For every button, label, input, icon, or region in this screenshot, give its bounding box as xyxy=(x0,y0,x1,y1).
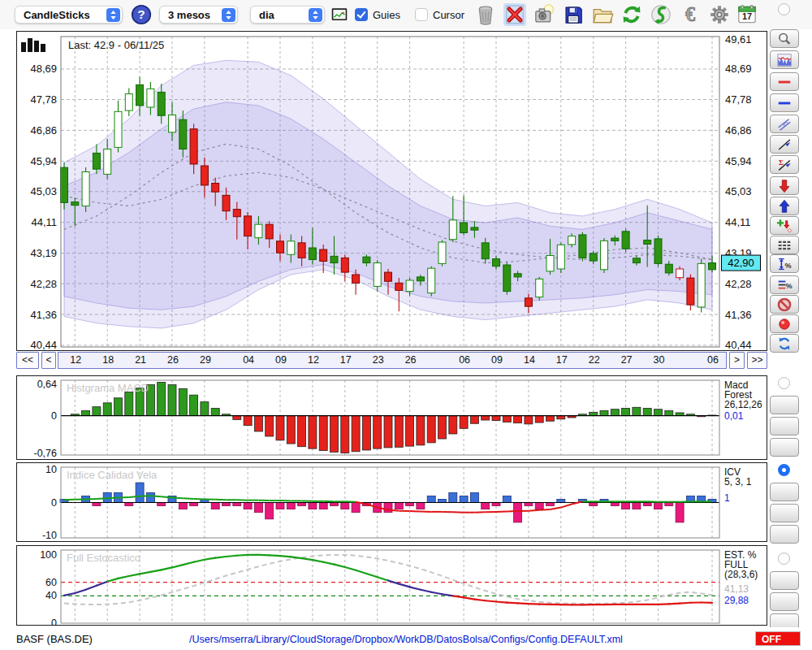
macd-panel-radio[interactable] xyxy=(778,377,790,389)
save-button[interactable] xyxy=(562,3,585,26)
record-button[interactable] xyxy=(770,314,799,333)
icv-bar xyxy=(665,503,673,506)
snapshot-button[interactable] xyxy=(533,3,555,26)
period-select[interactable]: 3 mesos xyxy=(159,6,238,24)
chart-style-icon xyxy=(41,44,45,52)
scroll-last-button[interactable]: >> xyxy=(747,352,767,369)
help-button[interactable]: ? xyxy=(131,4,152,25)
macd-bar xyxy=(168,384,176,415)
candlestick xyxy=(201,166,208,185)
block-button[interactable] xyxy=(770,295,799,314)
stochastic-panel: 10060400Full EstocasticoEST. %FULL(28,3,… xyxy=(16,545,767,626)
stochastic-k-segment xyxy=(474,600,485,601)
stochastic-k-segment xyxy=(453,596,464,597)
hline-blue-button[interactable] xyxy=(770,93,799,112)
zoom-button[interactable] xyxy=(770,29,799,48)
refresh-button[interactable] xyxy=(620,3,643,26)
icv-chart[interactable]: 100-10Indice Calidad VelaICV5, 3, 11 xyxy=(16,462,767,542)
icv-bar xyxy=(676,503,684,522)
svg-text:42,90: 42,90 xyxy=(728,257,754,269)
icv-bar xyxy=(352,503,360,513)
trendline-button[interactable] xyxy=(770,135,799,154)
icv-bar xyxy=(287,503,295,509)
x-tick-label: 30 xyxy=(649,354,670,366)
candlestick xyxy=(611,238,619,240)
sigma-trendline-button[interactable]: Σ xyxy=(770,155,799,174)
icv-line-segment xyxy=(150,496,161,496)
svg-text:?: ? xyxy=(137,7,145,21)
euro-button[interactable]: € xyxy=(679,3,702,26)
macd-bar xyxy=(309,416,317,449)
icv-bar xyxy=(525,503,533,506)
lines-percent-button[interactable]: % xyxy=(770,275,799,294)
icv-bar xyxy=(298,503,306,506)
candlestick xyxy=(493,259,500,266)
stochastic-chart[interactable]: 10060400Full EstocasticoEST. %FULL(28,3,… xyxy=(16,545,767,626)
candlestick xyxy=(665,264,672,273)
indicator-window-button[interactable] xyxy=(330,5,349,24)
channel-button[interactable] xyxy=(770,115,799,133)
date-axis-strip[interactable]: 12182126290409121723260609141722273006 xyxy=(58,352,727,369)
icv-bar xyxy=(125,503,133,506)
macd-signal-arrows-button[interactable] xyxy=(770,396,799,414)
candlestick xyxy=(352,275,360,283)
macd-bar xyxy=(470,416,478,424)
svg-text:48,69: 48,69 xyxy=(30,63,57,75)
candlestick xyxy=(385,272,392,281)
macd-bar xyxy=(438,416,447,439)
chart-type-select[interactable]: CandleSticks xyxy=(15,6,123,24)
icv-bar xyxy=(276,503,284,509)
trash-button[interactable] xyxy=(474,3,497,26)
x-tick-label: 17 xyxy=(551,354,572,366)
x-tick-label: 18 xyxy=(97,354,119,366)
candlestick xyxy=(449,220,456,240)
icv-signal-arrows-button[interactable] xyxy=(770,483,799,501)
candlestick xyxy=(104,149,111,174)
cursor-checkbox[interactable] xyxy=(415,8,428,21)
off-status-badge[interactable]: OFF xyxy=(755,631,801,646)
main-panel-radio[interactable] xyxy=(778,3,790,15)
add-signal-button[interactable] xyxy=(770,216,799,235)
stoch-lines-percent-button[interactable] xyxy=(770,592,799,611)
macd-chart[interactable]: 0,640-0,76Histgrama MACDMacdForest26,12,… xyxy=(16,375,767,460)
scroll-next-button[interactable]: > xyxy=(729,352,745,369)
macd-bar xyxy=(341,416,349,453)
macd-bar xyxy=(362,416,370,450)
macd-lines-percent-button[interactable] xyxy=(770,417,799,436)
guides-checkbox[interactable] xyxy=(355,8,368,21)
levels-button[interactable] xyxy=(770,236,799,254)
x-tick-label: 06 xyxy=(454,354,475,366)
icv-line-segment xyxy=(97,498,107,499)
reload-button[interactable] xyxy=(770,334,799,353)
calendar-button[interactable]: 17 xyxy=(736,3,758,26)
interval-select[interactable]: dia xyxy=(250,6,325,24)
candlestick xyxy=(460,223,468,232)
svg-text:40,44: 40,44 xyxy=(30,339,57,351)
macd-bar xyxy=(244,416,252,426)
scroll-prev-button[interactable]: < xyxy=(41,352,56,369)
arrow-down-button[interactable] xyxy=(770,176,799,195)
stoch-signal-arrows-button[interactable] xyxy=(770,571,799,590)
candlestick xyxy=(644,240,651,245)
sync-button[interactable] xyxy=(650,3,672,26)
x-tick-label: 23 xyxy=(368,354,389,366)
open-button[interactable] xyxy=(591,3,614,26)
icv-curves-button[interactable] xyxy=(770,525,799,544)
icv-panel-radio[interactable] xyxy=(778,464,790,476)
chart-style-icon xyxy=(34,41,39,52)
icv-lines-percent-button[interactable] xyxy=(770,504,799,522)
settings-button[interactable] xyxy=(708,3,731,26)
delete-button[interactable] xyxy=(503,3,526,26)
price-chart[interactable]: 48,6948,6947,7847,7846,8646,8645,9445,94… xyxy=(16,31,767,351)
scroll-first-button[interactable]: << xyxy=(16,352,39,369)
candlestick xyxy=(687,278,694,305)
hline-red-button[interactable] xyxy=(770,72,799,91)
vertical-percent-button[interactable]: % xyxy=(770,254,799,273)
macd-curves-button[interactable] xyxy=(770,438,799,457)
svg-text:49,61: 49,61 xyxy=(725,33,752,46)
arrow-up-button[interactable] xyxy=(770,197,799,215)
stoch-panel-radio[interactable] xyxy=(778,552,790,565)
stochastic-k-segment xyxy=(172,565,183,567)
candlestick xyxy=(114,111,122,147)
price-chart-button[interactable] xyxy=(770,50,799,69)
